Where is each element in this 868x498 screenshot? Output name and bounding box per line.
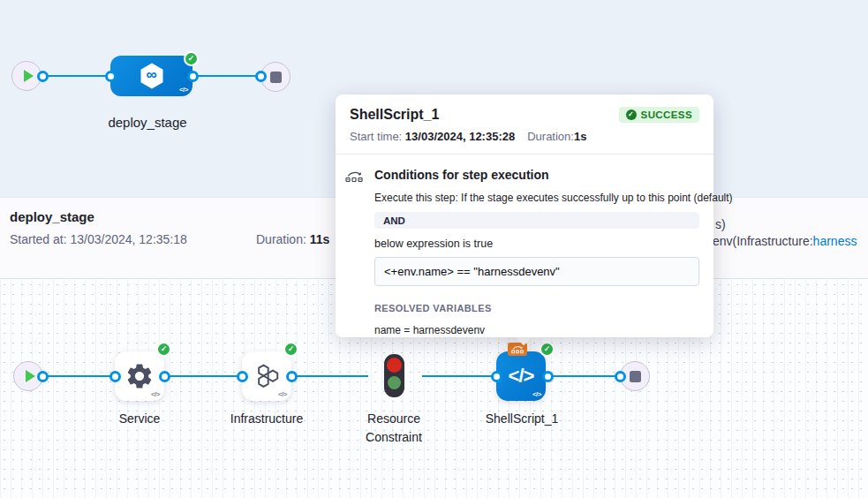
operator-bar: AND xyxy=(374,212,699,229)
stop-icon xyxy=(270,72,282,83)
port[interactable] xyxy=(542,371,554,382)
template-code-icon: </> xyxy=(278,390,287,398)
edge xyxy=(291,375,368,378)
step-label-shellscript[interactable]: ShellScript_1 xyxy=(464,410,579,428)
stage-details-title: deploy_stage xyxy=(10,209,94,224)
expression-box: <+env.name> == "harnessdevenv" xyxy=(374,257,699,286)
port[interactable] xyxy=(491,371,502,382)
port[interactable] xyxy=(37,371,49,382)
port[interactable] xyxy=(286,371,298,382)
traffic-light-green-icon xyxy=(388,376,401,389)
port[interactable] xyxy=(187,71,199,82)
edge xyxy=(164,375,242,378)
step-details-popover: ShellScript_1 ✓ SUCCESS Start time: 13/0… xyxy=(336,94,713,337)
conditions-description: Execute this step: If the stage executes… xyxy=(374,192,699,204)
step-node-infrastructure[interactable]: </> xyxy=(242,351,291,401)
port[interactable] xyxy=(105,71,117,82)
step-node-resource-constraint[interactable] xyxy=(384,354,404,397)
play-icon xyxy=(26,370,35,382)
stage-meta-fragment: s) xyxy=(715,217,726,231)
success-check-icon: ✓ xyxy=(626,109,637,120)
port[interactable] xyxy=(237,371,248,382)
step-label-resource-constraint[interactable]: Resource Constraint xyxy=(341,410,447,447)
environment-link[interactable]: harness xyxy=(813,234,857,248)
resolved-variables-label: RESOLVED VARIABLES xyxy=(374,303,699,313)
cd-stage-icon: ∞ xyxy=(136,60,168,92)
expression-intro: below expression is true xyxy=(374,238,699,250)
status-badge: ✓ SUCCESS xyxy=(619,107,699,123)
conditions-title: Conditions for step execution xyxy=(374,168,699,182)
gear-icon xyxy=(125,361,155,391)
step-node-service[interactable]: </> xyxy=(115,351,164,401)
port[interactable] xyxy=(109,371,121,382)
edge xyxy=(547,375,620,378)
step-success-icon: ✓ xyxy=(283,342,298,357)
stop-icon xyxy=(630,371,641,382)
stage-environment-fragment: env(Infrastructure:harness xyxy=(713,234,857,248)
stage-success-icon: ✓ xyxy=(184,51,199,66)
port[interactable] xyxy=(37,71,49,82)
hexagons-icon xyxy=(252,361,282,391)
step-success-icon: ✓ xyxy=(156,342,171,357)
template-code-icon: </> xyxy=(532,390,541,398)
pipeline-execution-view: ∞ </> ✓ deploy_stage deploy_stage Starte… xyxy=(0,0,868,498)
edge-start-to-stage xyxy=(42,75,111,78)
port[interactable] xyxy=(255,71,267,82)
stage-started-at: Started at: 13/03/2024, 12:35:18 xyxy=(10,232,187,246)
template-code-icon: </> xyxy=(151,390,160,398)
edge xyxy=(422,375,496,378)
traffic-light-red-icon xyxy=(387,358,402,373)
edge xyxy=(42,375,115,378)
port[interactable] xyxy=(159,371,170,382)
template-code-icon: </> xyxy=(179,86,188,94)
shell-script-icon: </> xyxy=(509,365,534,388)
step-node-shellscript[interactable]: </> </> xyxy=(496,351,546,401)
conditions-section: Conditions for step execution Execute th… xyxy=(336,155,713,336)
resolved-variable-value: name = harnessdevenv xyxy=(374,324,699,336)
play-icon xyxy=(24,70,34,82)
edge-stage-to-end xyxy=(192,75,261,78)
step-label-service[interactable]: Service xyxy=(82,410,197,428)
popover-times: Start time: 13/03/2024, 12:35:28Duration… xyxy=(350,130,699,143)
stage-label[interactable]: deploy_stage xyxy=(90,113,205,132)
popover-title: ShellScript_1 xyxy=(350,107,439,123)
step-success-icon: ✓ xyxy=(540,342,555,357)
conditional-execution-icon xyxy=(345,170,364,336)
stage-duration: Duration: 11s xyxy=(256,232,329,246)
port[interactable] xyxy=(615,371,626,382)
popover-header: ShellScript_1 ✓ SUCCESS Start time: 13/0… xyxy=(336,94,713,154)
deploy-stage-node[interactable]: ∞ </> xyxy=(110,56,192,96)
step-label-infrastructure[interactable]: Infrastructure xyxy=(209,410,324,428)
